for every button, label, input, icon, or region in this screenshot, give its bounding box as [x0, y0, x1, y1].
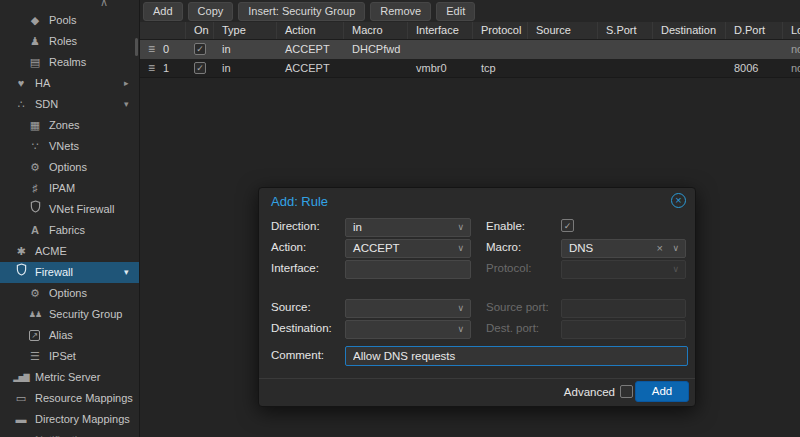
clear-icon[interactable]: ×: [657, 240, 663, 256]
sidebar-item-vnet-firewall[interactable]: VNet Firewall: [0, 199, 140, 220]
remove-button[interactable]: Remove: [370, 2, 431, 21]
chevron-down-icon: ∨: [672, 261, 679, 278]
sidebar-item-label: HA: [35, 73, 50, 94]
chevron-down-icon[interactable]: ▾: [124, 94, 129, 115]
source-label: Source:: [271, 301, 311, 313]
sidebar-item-label: VNet Firewall: [49, 199, 114, 220]
copy-button[interactable]: Copy: [188, 2, 234, 21]
action-select[interactable]: ACCEPT ∨: [345, 239, 471, 258]
macro-select[interactable]: DNS × ∨: [561, 239, 686, 258]
sidebar-item-pools[interactable]: ◆ Pools: [0, 10, 140, 31]
rule-destination: [653, 59, 726, 77]
sidebar-item-firewall[interactable]: Firewall ▾: [0, 262, 140, 283]
column-header-type[interactable]: Type: [214, 22, 277, 39]
action-label: Action:: [271, 241, 306, 253]
sidebar-item-fabrics[interactable]: A Fabrics: [0, 220, 140, 241]
sidebar-item-label: Security Group: [49, 304, 122, 325]
sidebar-item-label: Firewall: [35, 262, 73, 283]
sidebar-item-realms[interactable]: ▤ Realms: [0, 52, 140, 73]
interface-input[interactable]: [345, 260, 471, 279]
sidebar-scrollbar[interactable]: [135, 38, 138, 56]
sidebar-item-label: Directory Mappings: [35, 409, 130, 430]
rule-log: nolog: [783, 40, 800, 59]
drag-handle-icon[interactable]: ≡: [148, 40, 155, 59]
column-header-interface[interactable]: Interface: [408, 22, 473, 39]
sidebar-item-resource-mappings[interactable]: ▭ Resource Mappings: [0, 388, 140, 409]
rule-interface: [408, 40, 473, 59]
insert-security-group-button[interactable]: Insert: Security Group: [238, 2, 365, 21]
table-row[interactable]: ≡0 ✓ in ACCEPT DHCPfwd nolog: [140, 40, 800, 59]
dialog-add-button[interactable]: Add: [635, 381, 689, 402]
sidebar-item-label: Options: [49, 157, 87, 178]
grid-icon: ▦: [27, 115, 43, 136]
source-port-label: Source port:: [486, 301, 549, 313]
chevron-down-icon[interactable]: ∨: [457, 321, 464, 338]
sidebar-item-sdn-options[interactable]: ⚙ Options: [0, 157, 140, 178]
advanced-checkbox[interactable]: [620, 385, 633, 398]
column-header-action[interactable]: Action: [277, 22, 344, 39]
sidebar-item-acme[interactable]: ✱ ACME: [0, 241, 140, 262]
add-button[interactable]: Add: [143, 2, 183, 21]
column-header-on[interactable]: On: [186, 22, 214, 39]
table-row[interactable]: ≡1 ✓ in ACCEPT vmbr0 tcp 8006 nolog: [140, 59, 800, 78]
sidebar-item-label: IPSet: [49, 346, 76, 367]
sidebar-item-directory-mappings[interactable]: ▬ Directory Mappings: [0, 409, 140, 430]
rule-enabled-checkbox[interactable]: ✓: [194, 43, 206, 55]
rule-action: ACCEPT: [277, 40, 344, 59]
column-header-macro[interactable]: Macro: [344, 22, 408, 39]
chevron-down-icon[interactable]: ∨: [457, 300, 464, 317]
sidebar-item-zones[interactable]: ▦ Zones: [0, 115, 140, 136]
protocol-label: Protocol:: [486, 262, 531, 274]
rule-enabled-checkbox[interactable]: ✓: [194, 62, 206, 74]
column-header-destination[interactable]: Destination: [653, 22, 726, 39]
sidebar-item-security-group[interactable]: ♟♟ Security Group: [0, 304, 140, 325]
sidebar-item-ipam[interactable]: ♯ IPAM: [0, 178, 140, 199]
column-header-sport[interactable]: S.Port: [598, 22, 653, 39]
sidebar-item-alias[interactable]: ↗ Alias: [0, 325, 140, 346]
rule-dport: [726, 40, 783, 59]
sidebar-item-label: Pools: [49, 10, 77, 31]
sidebar-item-label: Zones: [49, 115, 80, 136]
chevron-down-icon[interactable]: ∨: [457, 219, 464, 236]
sidebar-item-vnets[interactable]: ∵ VNets: [0, 136, 140, 157]
source-select[interactable]: ∨: [345, 299, 471, 318]
direction-select[interactable]: in ∨: [345, 218, 471, 237]
sidebar-item-label: SDN: [35, 94, 58, 115]
sidebar-item-label: Roles: [49, 31, 77, 52]
close-icon[interactable]: ×: [671, 193, 686, 208]
source-port-input: [561, 299, 686, 318]
sidebar-item-metric-server[interactable]: ▂▅▇ Metric Server: [0, 367, 140, 388]
macro-label: Macro:: [486, 241, 521, 253]
comment-input[interactable]: [345, 346, 688, 366]
sidebar-item-label: Metric Server: [35, 367, 100, 388]
chevron-up-icon[interactable]: ∧: [100, 0, 108, 9]
chevron-down-icon[interactable]: ▾: [124, 262, 129, 283]
rule-destination: [653, 40, 726, 59]
column-header-dport[interactable]: D.Port: [726, 22, 783, 39]
chevron-down-icon[interactable]: ∨: [457, 240, 464, 257]
sidebar-item-ha[interactable]: ♥ HA ▸: [0, 73, 140, 94]
sidebar-item-label: Resource Mappings: [35, 388, 133, 409]
sidebar-item-firewall-options[interactable]: ⚙ Options: [0, 283, 140, 304]
fabrics-icon: A: [27, 220, 43, 241]
edit-button[interactable]: Edit: [436, 2, 475, 21]
add-rule-dialog: Add: Rule × Direction: in ∨ Enable: ✓ Ac…: [258, 187, 696, 407]
enable-checkbox[interactable]: ✓: [561, 219, 574, 232]
chevron-right-icon[interactable]: ▸: [124, 73, 129, 94]
rule-protocol: [473, 40, 528, 59]
gear-icon: ⚙: [27, 157, 43, 178]
sidebar-item-roles[interactable]: ♟ Roles: [0, 31, 140, 52]
sidebar-item-label: Notifications: [35, 430, 95, 437]
chevron-down-icon[interactable]: ∨: [672, 240, 679, 257]
sidebar-item-sdn[interactable]: ∴ SDN ▾: [0, 94, 140, 115]
column-header-log[interactable]: Log: [783, 22, 800, 39]
drag-handle-icon[interactable]: ≡: [148, 59, 155, 77]
sidebar-item-notifications[interactable]: ♪ Notifications: [0, 430, 140, 437]
destination-select[interactable]: ∨: [345, 320, 471, 339]
column-header-handle[interactable]: [140, 22, 186, 39]
column-header-source[interactable]: Source: [528, 22, 598, 39]
column-header-protocol[interactable]: Protocol: [473, 22, 528, 39]
sidebar-item-ipset[interactable]: ☰ IPSet: [0, 346, 140, 367]
list-icon: ☰: [27, 346, 43, 367]
toolbar: Add Copy Insert: Security Group Remove E…: [140, 0, 800, 22]
